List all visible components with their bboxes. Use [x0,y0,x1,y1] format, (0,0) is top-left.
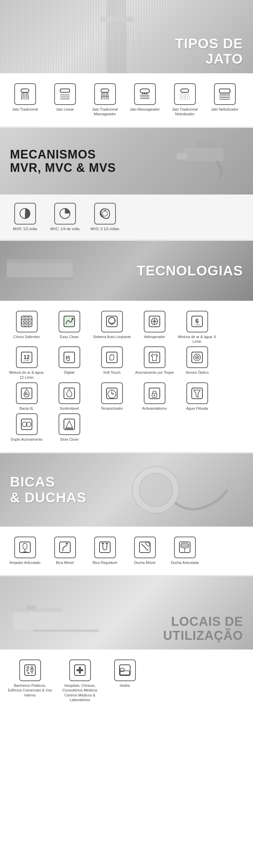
icon-jato-trad-neb: Jato Tradicional Nebulizador [166,83,203,117]
icon-jato-massageador: Jato Massageador [127,83,163,117]
mecanismos-hero: MECANISMOS MVR, MVC & MVS [0,128,253,194]
icon-box-crivos [16,311,38,333]
svg-rect-99 [60,542,70,553]
tipos-icons-grid: Jato Tradicional Jato Linear [7,83,246,117]
svg-rect-1 [100,17,133,22]
bicas-icons-section: Arejador Articulado Bica Móvel [0,527,253,575]
icon-label-crivos: Crivos Salientes [13,334,40,339]
locais-title: LOCAIS DE UTILIZAÇÃO [153,608,253,650]
icon-hoteis: Hotéis [106,659,143,702]
icon-box-banheiros [19,659,41,681]
svg-point-53 [71,318,73,320]
icon-hidrogerador: Hidrogerador [134,311,175,344]
tecnologias-icons-grid: Crivos Salientes Easy Clean [7,311,246,442]
bicas-hero: BICAS & DUCHAS [0,453,253,527]
svg-rect-114 [10,608,63,612]
icon-label-acionamento-toque: Acionamento por Toque [135,370,174,375]
icon-box-slow-close [59,413,80,435]
mecanismos-title-line2: MVR, MVC & MVS [10,161,116,175]
icon-mistura-12: 12 L/min Mistura de ar & água: 12 L/min [7,346,46,380]
svg-rect-86 [192,388,202,399]
svg-point-49 [23,324,24,326]
bicas-icons-grid: Arejador Articulado Bica Móvel [7,536,246,565]
svg-line-7 [127,27,127,73]
svg-rect-30 [183,148,223,161]
svg-rect-113 [13,610,60,629]
mecanismos-icons-grid: MVR: 1/2 volta MVC: 1/4 de volta [7,203,246,231]
icon-label-bica-movel: Bica Móvel [56,560,74,565]
svg-rect-31 [177,153,187,159]
svg-point-46 [23,321,24,322]
icon-box-jato-trad-neb [174,83,196,105]
icon-box-sustentavel [59,382,80,404]
svg-line-9 [140,27,143,73]
icon-slow-close: Slow Close [49,413,89,442]
svg-point-51 [29,324,31,326]
icon-label-digital: Digital [64,370,74,375]
icon-box-easy-clean [59,311,80,333]
svg-rect-35 [7,261,72,277]
svg-rect-0 [106,0,127,73]
icon-jato-trad-massag: Jato Tradicional Massageador [87,83,123,117]
icon-antivandalismo: Antivandalismo [134,382,175,411]
svg-line-4 [105,27,106,73]
icon-box-jato-trad-massag [94,83,116,105]
icon-hospitais: Hospitais, Clínicas, Consultórios Médico… [57,659,103,702]
icon-label-auto-limpante: Sistema Auto-Limpante [93,334,131,339]
icon-acionamento-toque: Acionamento por Toque [134,346,175,380]
icon-box-jato-linear [54,83,76,105]
icon-label-ducha-movel: Ducha Móvel [134,560,155,565]
mecanismos-title-line1: MECANISMOS [10,148,96,161]
svg-line-8 [133,27,135,73]
icon-box-digital [59,346,80,368]
icon-box-bica-movel [54,536,76,558]
icon-box-mvr [14,203,36,224]
icon-box-ducha-movel [134,536,156,558]
icon-label-banheiros: Banheiros Públicos, Edifícios Comerciais… [7,683,53,698]
icon-ducha-movel: Ducha Móvel [127,536,163,565]
icon-label-sensor-optico: Sensor Óptico [185,370,209,375]
icon-box-duplo-acionamento [16,413,38,435]
icon-mvc: MVC: 1/4 de volta [46,203,83,231]
svg-point-74 [196,357,198,358]
svg-point-23 [146,93,148,94]
icon-box-soft-touch [101,346,123,368]
svg-rect-17 [140,89,150,93]
icon-label-antivandalismo: Antivandalismo [142,406,167,411]
bicas-title-line1: BICAS [10,474,55,490]
svg-text:6L: 6L [25,392,29,396]
locais-icons-section: Banheiros Públicos, Edifícios Comerciais… [0,650,253,712]
tipos-hero: TIPOS DE JATO [0,0,253,73]
svg-text:L/min: L/min [24,360,29,362]
icon-label-jato-trad-massag: Jato Tradicional Massageador [87,107,123,117]
mecanismos-title: MECANISMOS MVR, MVC & MVS [0,141,126,181]
svg-rect-94 [226,480,242,490]
svg-point-120 [31,666,33,669]
icon-sustentavel: Sustentável [49,382,89,411]
icon-jato-nebulizador: Jato Nebulizador [207,83,243,117]
svg-point-93 [139,473,172,506]
svg-rect-69 [106,352,117,363]
icon-label-temporizador: Temporizador [101,406,123,411]
svg-rect-123 [76,669,83,671]
icon-box-hoteis [114,659,136,681]
locais-title-line2: UTILIZAÇÃO [163,628,243,643]
icon-label-mistura-6: Mistura de ar & água: 6 L/min [177,334,217,344]
icon-label-agua-filtrada: Água Filtrada [186,406,208,411]
tipos-title: TIPOS DE JATO [165,29,253,73]
tecnologias-title-text: TECNOLOGIAS [137,263,243,278]
icon-box-bica-regulavel [94,536,116,558]
svg-rect-87 [21,419,32,430]
locais-icons-grid: Banheiros Públicos, Edifícios Comerciais… [7,659,246,702]
icon-banheiros-publicos: Banheiros Públicos, Edifícios Comerciais… [7,659,53,702]
icon-soft-touch: Soft Touch [92,346,132,380]
icon-label-bacia-6l: Bacia 6L [20,406,34,411]
icon-box-mistura-6: 6 L/min [186,311,208,333]
svg-point-44 [26,317,27,319]
icon-label-bica-regulavel: Bica Regulável [93,560,117,565]
svg-point-119 [27,666,29,669]
icon-box-mistura-12: 12 L/min [16,346,38,368]
svg-rect-124 [120,665,130,676]
icon-mvr: MVR: 1/2 volta [7,203,43,231]
icon-label-mvc: MVC: 1/4 de volta [50,226,79,231]
